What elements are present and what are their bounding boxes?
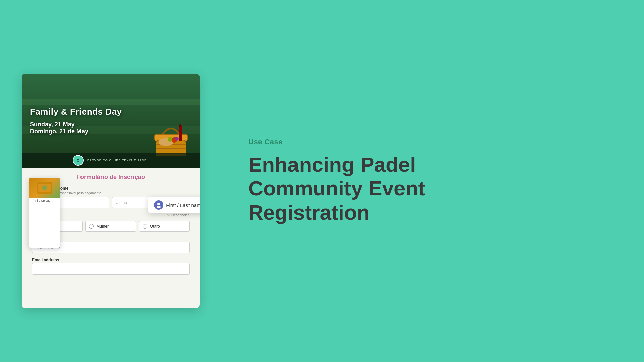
radio-outro[interactable] xyxy=(143,224,147,229)
tooltip-bubble: First / Last name xyxy=(148,197,200,213)
svg-point-18 xyxy=(157,203,160,205)
gender-clear[interactable]: ✕ Clear choice xyxy=(167,213,190,217)
use-case-label: Use Case xyxy=(248,138,283,146)
event-date-en: Sunday, 21 May xyxy=(30,121,75,128)
file-upload-label-text: File Upload xyxy=(35,199,51,202)
radio-mulher[interactable] xyxy=(89,224,94,229)
clear-choice-text: Clear choice xyxy=(171,213,190,217)
event-date-pt: Domingo, 21 de May xyxy=(30,128,88,135)
email-input[interactable] xyxy=(32,263,190,275)
right-panel: Use Case Enhancing Padel Community Event… xyxy=(221,0,644,362)
file-upload-label-row: File Upload xyxy=(29,198,60,204)
club-name: CARVOEIRO CLUBE TÊNIS E PADEL xyxy=(87,159,149,162)
tooltip-text: First / Last name xyxy=(166,202,200,208)
gender-mulher-label: Mulher xyxy=(96,224,109,229)
form-container: 🎾 PADEL ALGARVE xyxy=(22,74,200,308)
gender-outro-label: Outro xyxy=(150,224,160,229)
heading-line1: Enhancing Padel xyxy=(248,153,416,176)
club-logo: C xyxy=(73,155,84,166)
heading-line2: Community Event xyxy=(248,177,425,200)
tooltip-avatar-icon xyxy=(154,200,163,210)
email-label: Email address xyxy=(32,258,190,262)
left-panel: 🎾 PADEL ALGARVE xyxy=(0,0,221,362)
gender-option-outro[interactable]: Outro xyxy=(139,221,190,232)
event-banner: 🎾 PADEL ALGARVE xyxy=(22,74,200,168)
file-upload-thumbnail xyxy=(29,178,60,198)
svg-point-19 xyxy=(157,206,161,208)
svg-point-17 xyxy=(42,185,47,190)
main-heading: Enhancing Padel Community Event Registra… xyxy=(248,153,425,224)
banner-bottom-bar: C CARVOEIRO CLUBE TÊNIS E PADEL xyxy=(22,153,200,168)
event-title: Family & Friends Day xyxy=(30,107,122,117)
file-upload-card[interactable]: File Upload xyxy=(29,178,60,248)
file-upload-checkbox[interactable] xyxy=(31,199,34,202)
gender-option-mulher[interactable]: Mulher xyxy=(85,221,136,232)
heading-line3: Registration xyxy=(248,201,370,224)
clear-x-icon: ✕ xyxy=(167,213,170,217)
email-field-group: Email address xyxy=(32,258,190,275)
